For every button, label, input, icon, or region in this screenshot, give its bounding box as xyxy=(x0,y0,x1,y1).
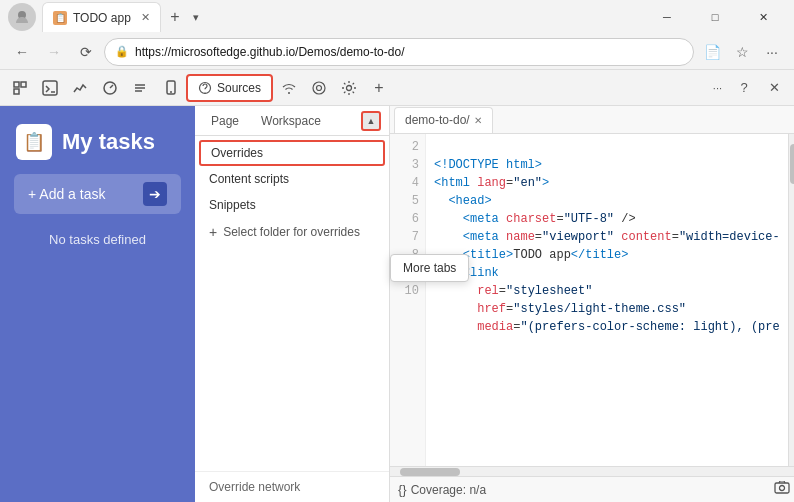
sources-file-tab[interactable]: demo-to-do/ ✕ xyxy=(394,107,493,133)
line-numbers: 2 3 4 5 6 7 8 9 10 xyxy=(390,134,426,466)
page-tab[interactable]: Page xyxy=(203,110,247,132)
new-tab-button[interactable]: + xyxy=(161,3,189,31)
address-bar: ← → ⟳ 🔒 https://microsoftedge.github.io/… xyxy=(0,34,794,70)
svg-point-8 xyxy=(170,91,172,93)
code-area: 2 3 4 5 6 7 8 9 10 <!DOCTYPE html> <html… xyxy=(390,134,788,466)
tab-close-button[interactable]: ✕ xyxy=(141,11,150,24)
url-bar[interactable]: 🔒 https://microsoftedge.github.io/Demos/… xyxy=(104,38,694,66)
add-tool-button[interactable]: + xyxy=(365,74,393,102)
override-network-item[interactable]: Override network xyxy=(195,471,389,502)
horiz-scroll-thumb[interactable] xyxy=(400,468,460,476)
no-tasks-label: No tasks defined xyxy=(0,214,195,265)
minimize-button[interactable]: ─ xyxy=(644,3,690,31)
url-text: https://microsoftedge.github.io/Demos/de… xyxy=(135,45,404,59)
devtools-left-panel: Page Workspace ▲ Overrides Content scrip… xyxy=(195,106,390,502)
window-controls: ─ □ ✕ xyxy=(644,3,786,31)
performance-panel-button[interactable] xyxy=(96,74,124,102)
code-content: <!DOCTYPE html> <html lang="en"> <head> … xyxy=(426,134,788,466)
plus-icon: + xyxy=(209,224,217,240)
code-with-scrollbar: 2 3 4 5 6 7 8 9 10 <!DOCTYPE html> <html… xyxy=(390,134,794,466)
elements-panel-button[interactable] xyxy=(126,74,154,102)
app-title: My tasks xyxy=(62,129,155,155)
svg-point-12 xyxy=(313,82,325,94)
sources-tab-label: Sources xyxy=(217,81,261,95)
svg-rect-15 xyxy=(775,483,789,493)
forward-button[interactable]: → xyxy=(40,38,68,66)
tab-bar: 📋 TODO app ✕ + ▾ xyxy=(42,0,644,34)
more-tabs-popup: More tabs xyxy=(390,254,469,282)
svg-point-11 xyxy=(288,92,290,94)
devtools-close-button[interactable]: ✕ xyxy=(760,74,788,102)
profile-button[interactable] xyxy=(8,3,36,31)
title-bar: 📋 TODO app ✕ + ▾ ─ □ ✕ xyxy=(0,0,794,34)
snippets-menu-item[interactable]: Snippets xyxy=(195,192,389,218)
svg-rect-1 xyxy=(14,82,19,87)
sources-tabs-bar: demo-to-do/ ✕ xyxy=(390,106,794,134)
tab-title: TODO app xyxy=(73,11,131,25)
address-actions: 📄 ☆ ··· xyxy=(698,38,786,66)
add-task-label: + Add a task xyxy=(28,186,105,202)
svg-rect-3 xyxy=(14,89,19,94)
nav-up-button[interactable]: ▲ xyxy=(361,111,381,131)
devtools-more-button[interactable]: ··· xyxy=(707,82,728,94)
add-task-arrow-icon: ➔ xyxy=(143,182,167,206)
sources-footer: {} Coverage: n/a xyxy=(390,476,794,502)
svg-point-10 xyxy=(204,92,205,93)
overrides-menu-item[interactable]: Overrides xyxy=(199,140,385,166)
tab-dropdown-button[interactable]: ▾ xyxy=(189,11,203,24)
workspace-tab[interactable]: Workspace xyxy=(253,110,329,132)
devtools-menu-items: Overrides Content scripts Snippets + Sel… xyxy=(195,136,389,250)
more-tabs-label: More tabs xyxy=(403,261,456,275)
reading-view-button[interactable]: 📄 xyxy=(698,38,726,66)
settings-button[interactable] xyxy=(335,74,363,102)
svg-point-16 xyxy=(779,486,784,491)
sources-tab-close-button[interactable]: ✕ xyxy=(474,115,482,126)
maximize-button[interactable]: □ xyxy=(692,3,738,31)
vertical-scrollbar[interactable] xyxy=(788,134,794,466)
code-container: 2 3 4 5 6 7 8 9 10 <!DOCTYPE html> <html… xyxy=(390,134,794,476)
wifi-icon-btn[interactable] xyxy=(275,74,303,102)
scroll-thumb[interactable] xyxy=(790,144,794,184)
network-panel-button[interactable] xyxy=(66,74,94,102)
app-header: 📋 My tasks xyxy=(0,106,195,174)
svg-rect-2 xyxy=(21,82,26,87)
tab-favicon: 📋 xyxy=(53,11,67,25)
braces-icon: {} xyxy=(398,482,407,497)
coverage-label: Coverage: n/a xyxy=(411,483,486,497)
window-close-button[interactable]: ✕ xyxy=(740,3,786,31)
lock-icon: 🔒 xyxy=(115,45,129,58)
devtools-left-tabs: Page Workspace ▲ xyxy=(195,106,389,136)
browser-more-button[interactable]: ··· xyxy=(758,38,786,66)
select-folder-button[interactable]: + Select folder for overrides xyxy=(195,218,389,246)
select-folder-label: Select folder for overrides xyxy=(223,225,360,239)
sources-panel-tab[interactable]: Sources xyxy=(186,74,273,102)
add-task-button[interactable]: + Add a task ➔ xyxy=(14,174,181,214)
app-panel: 📋 My tasks + Add a task ➔ No tasks defin… xyxy=(0,106,195,502)
horizontal-scrollbar[interactable] xyxy=(390,466,794,476)
back-button[interactable]: ← xyxy=(8,38,36,66)
svg-point-14 xyxy=(347,85,352,90)
devtools-help-button[interactable]: ? xyxy=(730,74,758,102)
clipboard-icon: 📋 xyxy=(23,131,45,153)
devtools-toolbar: Sources + ··· ? ✕ xyxy=(0,70,794,106)
devtools-right-panel: demo-to-do/ ✕ 2 3 4 5 6 7 8 9 10 xyxy=(390,106,794,502)
refresh-button[interactable]: ⟳ xyxy=(72,38,100,66)
devtools-right-actions: ··· ? ✕ xyxy=(707,74,788,102)
main-content: 📋 My tasks + Add a task ➔ No tasks defin… xyxy=(0,106,794,502)
content-scripts-menu-item[interactable]: Content scripts xyxy=(195,166,389,192)
console-panel-button[interactable] xyxy=(36,74,64,102)
favorites-button[interactable]: ☆ xyxy=(728,38,756,66)
mobile-emulation-button[interactable] xyxy=(156,74,184,102)
sources-tab-file-label: demo-to-do/ xyxy=(405,113,470,127)
svg-rect-4 xyxy=(43,81,57,95)
inspect-element-button[interactable] xyxy=(6,74,34,102)
app-logo: 📋 xyxy=(16,124,52,160)
screenshot-button[interactable] xyxy=(774,481,790,498)
performance-monitor-button[interactable] xyxy=(305,74,333,102)
svg-point-13 xyxy=(317,85,322,90)
browser-tab[interactable]: 📋 TODO app ✕ xyxy=(42,2,161,32)
